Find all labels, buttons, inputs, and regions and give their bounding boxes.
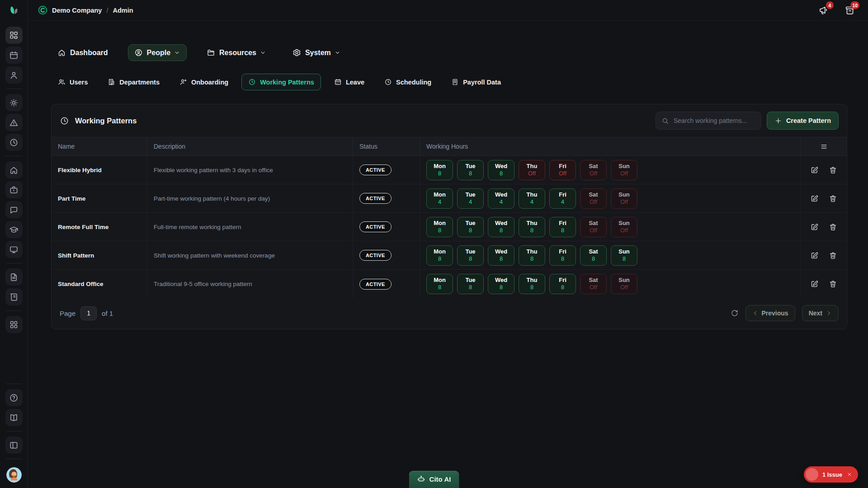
table-row: Standard Office Traditional 9-5 office w… [52, 270, 847, 298]
leave-tab-icon [334, 78, 342, 86]
column-header-name: Name [52, 137, 147, 155]
search-input[interactable] [673, 117, 755, 125]
chip-hours-value: 4 [500, 199, 503, 206]
chip-day-label: Fri [559, 220, 566, 227]
page-number-box[interactable]: 1 [80, 306, 97, 320]
tab-working-patterns[interactable]: Working Patterns [241, 74, 321, 90]
tab-payroll-data[interactable]: Payroll Data [444, 74, 508, 90]
onboarding-tab-icon [179, 78, 187, 86]
pagination-info: Page 1 of 1 [60, 306, 113, 320]
sidebar-item-guide[interactable] [5, 409, 23, 426]
hours-chip-mon: Mon 8 [426, 217, 453, 237]
sidebar-item-messages[interactable] [5, 201, 23, 218]
previous-page-button[interactable]: Previous [745, 305, 795, 321]
user-avatar[interactable] [6, 467, 22, 483]
delete-button[interactable] [828, 193, 838, 204]
chip-hours-value: 8 [592, 256, 595, 263]
create-pattern-button[interactable]: Create Pattern [767, 112, 839, 130]
edit-button[interactable] [809, 193, 820, 204]
hours-chip-sat: Sat 8 [580, 245, 607, 266]
announcements-button[interactable]: 4 [818, 5, 830, 16]
hours-chip-tue: Tue 8 [457, 217, 484, 237]
pagination-controls: Previous Next [731, 305, 839, 321]
hours-chip-fri: Fri 4 [549, 188, 576, 209]
tab-scheduling[interactable]: Scheduling [377, 74, 438, 90]
nav-dashboard[interactable]: Dashboard [51, 44, 114, 61]
chevron-left-icon [752, 310, 759, 316]
column-settings-button[interactable] [819, 142, 829, 151]
delete-button[interactable] [828, 222, 838, 232]
hours-chip-sun: Sun Off [611, 274, 637, 294]
sidebar-item-alerts[interactable] [5, 114, 23, 131]
sidebar-item-documents[interactable] [5, 268, 23, 286]
sidebar-item-devices[interactable] [5, 241, 23, 258]
delete-button[interactable] [828, 165, 838, 175]
working-hours: Mon 8 Tue 8 Wed 8 Thu 8 Fri [426, 245, 637, 266]
close-icon[interactable] [847, 472, 852, 477]
system-nav-icon [292, 48, 301, 57]
column-header-status: Status [353, 137, 420, 155]
search-icon [661, 117, 669, 125]
tab-departments[interactable]: Departments [101, 74, 166, 90]
edit-button[interactable] [809, 250, 820, 261]
profile-icon [9, 70, 19, 80]
sidebar-divider [6, 431, 22, 432]
edit-button[interactable] [809, 165, 820, 175]
nav-label: System [305, 49, 331, 57]
nav-people[interactable]: People [128, 44, 187, 61]
sidebar-divider [6, 156, 22, 156]
chip-day-label: Wed [495, 277, 507, 284]
hours-chip-fri: Fri 8 [549, 245, 576, 266]
page-label: Page [60, 310, 75, 317]
next-label: Next [809, 310, 822, 317]
sidebar-divider [6, 89, 22, 89]
app-logo[interactable] [7, 4, 21, 18]
contracts-icon [9, 292, 19, 302]
tab-onboarding[interactable]: Onboarding [173, 74, 235, 90]
sidebar-item-apps[interactable] [5, 316, 23, 333]
chip-day-label: Thu [527, 220, 538, 227]
company-name[interactable]: Demo Company [52, 7, 102, 14]
sidebar-item-calendar[interactable] [5, 47, 23, 64]
pattern-name: Part Time [58, 195, 85, 202]
nav-resources[interactable]: Resources [200, 44, 273, 61]
chip-day-label: Sat [589, 220, 598, 227]
inbox-button[interactable]: 10 [844, 5, 855, 16]
chip-day-label: Sun [618, 192, 630, 198]
sidebar-item-time[interactable] [5, 134, 23, 151]
sidebar-item-contracts[interactable] [5, 288, 23, 305]
sidebar-item-theme[interactable] [5, 94, 23, 111]
cito-ai-button[interactable]: Cito AI [409, 471, 459, 488]
edit-button[interactable] [809, 222, 820, 232]
issue-pill[interactable]: 1 Issue [804, 466, 858, 483]
pattern-name: Shift Pattern [58, 252, 94, 259]
home-icon [9, 165, 19, 175]
sidebar-item-dashboard[interactable] [5, 27, 23, 44]
chip-day-label: Wed [495, 192, 507, 198]
pattern-description: Part-time working pattern (4 hours per d… [154, 195, 270, 202]
nav-label: Dashboard [70, 49, 108, 57]
edit-button[interactable] [809, 279, 820, 289]
hours-chip-fri: Fri 8 [549, 274, 576, 294]
next-page-button[interactable]: Next [802, 305, 839, 321]
sidebar-item-collapse-sidebar[interactable] [5, 436, 23, 454]
nav-system[interactable]: System [286, 44, 347, 61]
sidebar-item-help[interactable] [5, 389, 23, 406]
refresh-button[interactable] [731, 309, 739, 317]
sidebar-item-profile[interactable] [5, 66, 23, 84]
header-actions: 4 10 [818, 5, 855, 16]
hours-chip-sun: Sun Off [611, 188, 637, 209]
hours-chip-wed: Wed 8 [488, 217, 514, 237]
chip-day-label: Fri [559, 163, 566, 170]
chip-day-label: Mon [434, 192, 446, 198]
sidebar-item-workspace[interactable] [5, 181, 23, 198]
chip-day-label: Wed [495, 249, 507, 255]
chip-day-label: Thu [527, 249, 538, 255]
delete-button[interactable] [828, 279, 838, 289]
tab-users[interactable]: Users [51, 74, 94, 90]
sidebar-item-learning[interactable] [5, 221, 23, 238]
tab-leave[interactable]: Leave [327, 74, 371, 90]
delete-button[interactable] [828, 250, 838, 261]
sidebar-item-home[interactable] [5, 161, 23, 178]
table-row: Shift Pattern Shift working pattern with… [52, 241, 847, 270]
